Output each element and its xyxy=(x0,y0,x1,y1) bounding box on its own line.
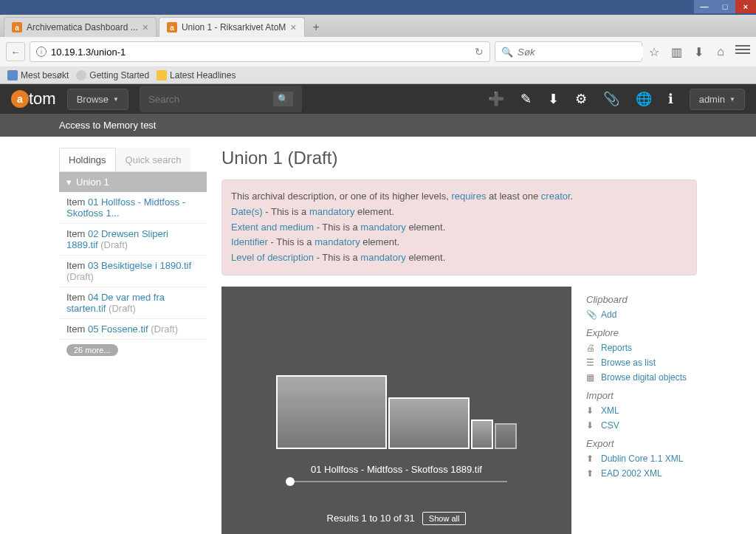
tab-holdings[interactable]: Holdings xyxy=(59,148,116,171)
tree-root[interactable]: ▾ Union 1 xyxy=(59,172,207,192)
import-heading: Import xyxy=(586,390,697,401)
browse-digital-link[interactable]: ▦Browse digital objects xyxy=(586,372,697,383)
explore-heading: Explore xyxy=(586,327,697,338)
item-type-label: Item xyxy=(66,324,88,335)
tab-favicon-icon: a xyxy=(167,22,177,32)
library-icon[interactable]: ▥ xyxy=(669,45,684,59)
search-button-icon[interactable]: 🔍 xyxy=(273,92,293,106)
site-title[interactable]: Access to Memory test xyxy=(0,114,756,137)
requires-link[interactable]: requires xyxy=(451,191,486,202)
bookmark-star-icon[interactable]: ☆ xyxy=(647,45,662,59)
item-link[interactable]: 05 Fossene.tif xyxy=(88,324,148,335)
tab-close-icon[interactable]: × xyxy=(142,21,148,33)
item-type-label: Item xyxy=(66,196,88,208)
list-icon: ☰ xyxy=(586,357,597,368)
home-icon[interactable]: ⌂ xyxy=(713,45,728,59)
export-heading: Export xyxy=(586,438,697,449)
clip-icon[interactable]: 📎 xyxy=(603,91,619,107)
download-icon: ⬇ xyxy=(586,405,597,416)
bookmark-item[interactable]: Latest Headlines xyxy=(157,70,236,81)
mandatory-link[interactable]: mandatory xyxy=(309,206,354,217)
import-xml-link[interactable]: ⬇XML xyxy=(586,405,697,416)
tab-close-icon[interactable]: × xyxy=(290,21,296,33)
tab-title: Union 1 - Riksarkivet AtoM xyxy=(182,22,286,32)
dates-link[interactable]: Date(s) xyxy=(231,206,263,217)
window-close-button[interactable]: × xyxy=(735,0,756,13)
bookmark-icon xyxy=(76,70,86,81)
bookmark-icon xyxy=(157,70,167,81)
draft-badge: (Draft) xyxy=(148,324,178,335)
download-icon: ⬇ xyxy=(586,420,597,431)
identifier-link[interactable]: Identifier xyxy=(231,236,268,247)
new-tab-button[interactable]: + xyxy=(307,18,326,37)
reports-link[interactable]: 🖨Reports xyxy=(586,343,697,353)
import-icon[interactable]: ⬇ xyxy=(548,91,559,107)
export-ead-link[interactable]: ⬆EAD 2002 XML xyxy=(586,468,697,479)
address-bar[interactable]: i ↻ xyxy=(30,41,490,62)
language-icon[interactable]: 🌐 xyxy=(636,91,652,107)
window-maximize-button[interactable]: □ xyxy=(715,0,735,13)
menu-button[interactable] xyxy=(735,45,750,59)
browser-search-input[interactable] xyxy=(518,47,643,58)
back-button[interactable]: ← xyxy=(6,42,25,61)
browse-dropdown[interactable]: Browse ▼ xyxy=(67,89,128,110)
mandatory-link[interactable]: mandatory xyxy=(315,236,360,247)
user-menu[interactable]: admin ▼ xyxy=(690,89,745,110)
thumbnail-caption: 01 Hollfoss - Midtfoss - Skotfoss 1889.t… xyxy=(236,464,557,475)
bookmark-icon xyxy=(7,70,18,81)
thumbnail[interactable] xyxy=(471,420,493,449)
browser-tab[interactable]: a Archivematica Dashboard ... × xyxy=(4,17,157,37)
atom-logo[interactable]: atom xyxy=(11,89,56,109)
settings-icon[interactable]: ⚙ xyxy=(575,91,587,107)
add-icon[interactable]: ➕ xyxy=(488,91,504,107)
browser-tab-active[interactable]: a Union 1 - Riksarkivet AtoM × xyxy=(159,17,305,37)
validation-alert: This archival description, or one of its… xyxy=(221,179,697,275)
creator-link[interactable]: creator xyxy=(541,191,571,202)
info-icon[interactable]: ℹ xyxy=(668,91,673,107)
tab-title: Archivematica Dashboard ... xyxy=(27,22,138,32)
url-input[interactable] xyxy=(51,47,470,58)
show-all-button[interactable]: Show all xyxy=(422,512,467,525)
tab-favicon-icon: a xyxy=(12,22,22,32)
level-link[interactable]: Level of description xyxy=(231,252,314,263)
slider-handle[interactable] xyxy=(286,477,295,486)
window-minimize-button[interactable]: — xyxy=(694,0,715,13)
tab-quick-search[interactable]: Quick search xyxy=(116,148,191,171)
bookmark-item[interactable]: Mest besøkt xyxy=(7,70,69,81)
downloads-icon[interactable]: ⬇ xyxy=(691,45,706,59)
collapse-arrow-icon: ▾ xyxy=(66,177,72,188)
export-dc-link[interactable]: ⬆Dublin Core 1.1 XML xyxy=(586,453,697,464)
site-info-icon[interactable]: i xyxy=(36,47,47,57)
browse-list-link[interactable]: ☰Browse as list xyxy=(586,357,697,368)
thumbnail[interactable] xyxy=(388,397,470,449)
edit-icon[interactable]: ✎ xyxy=(520,91,532,107)
thumbnail[interactable] xyxy=(276,375,387,449)
chevron-down-icon: ▼ xyxy=(729,96,735,103)
app-search-input[interactable] xyxy=(148,94,273,105)
item-type-label: Item xyxy=(66,260,88,271)
logo-icon: a xyxy=(11,90,29,108)
grid-icon: ▦ xyxy=(586,372,597,383)
tree-item[interactable]: Item 05 Fossene.tif (Draft) xyxy=(59,319,207,340)
clipboard-add-link[interactable]: 📎Add xyxy=(586,309,697,320)
extent-link[interactable]: Extent and medium xyxy=(231,222,314,233)
mandatory-link[interactable]: mandatory xyxy=(360,252,405,263)
draft-badge: (Draft) xyxy=(66,271,94,282)
tree-item[interactable]: Item 04 De var med fra starten.tif (Draf… xyxy=(59,287,207,319)
tree-item[interactable]: Item 03 Besiktigelse i 1890.tif (Draft) xyxy=(59,256,207,287)
refresh-icon[interactable]: ↻ xyxy=(475,46,484,58)
carousel-slider[interactable] xyxy=(286,481,507,482)
tree-item[interactable]: Item 01 Hollfoss - Midtfoss - Skotfoss 1… xyxy=(59,192,207,224)
mandatory-link[interactable]: mandatory xyxy=(360,222,405,233)
more-items-badge[interactable]: 26 more... xyxy=(66,344,118,356)
clipboard-heading: Clipboard xyxy=(586,294,697,305)
bookmark-item[interactable]: Getting Started xyxy=(76,70,149,81)
import-csv-link[interactable]: ⬇CSV xyxy=(586,420,697,431)
upload-icon: ⬆ xyxy=(586,468,597,479)
search-provider-icon: 🔍 xyxy=(501,47,513,58)
item-link[interactable]: 03 Besiktigelse i 1890.tif xyxy=(88,260,191,271)
results-count: Results 1 to 10 of 31 xyxy=(327,513,415,524)
page-title: Union 1 (Draft) xyxy=(221,148,697,168)
thumbnail[interactable] xyxy=(495,423,517,449)
tree-item[interactable]: Item 02 Drewsen Sliperi 1889.tif (Draft) xyxy=(59,224,207,256)
